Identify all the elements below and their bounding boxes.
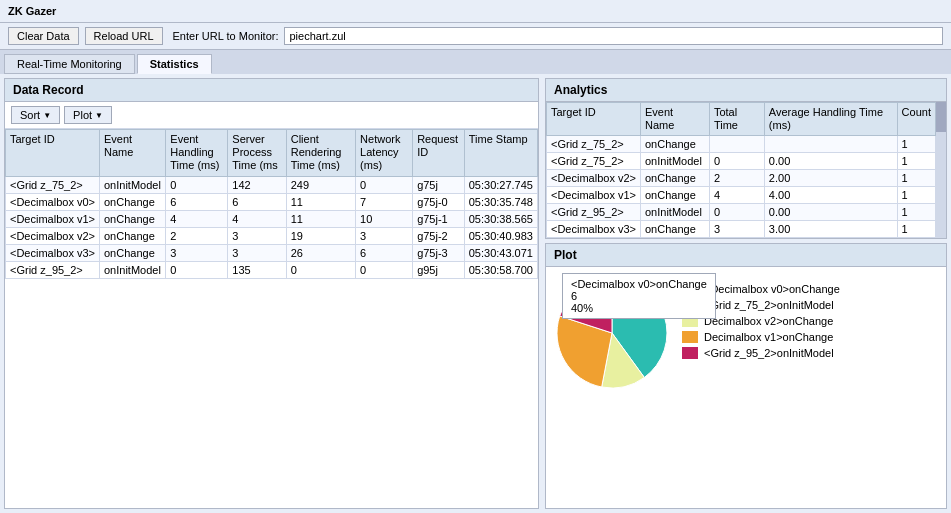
analytics-table: Target ID Event Name Total Time Average … — [546, 102, 936, 238]
data-record-title: Data Record — [5, 79, 538, 102]
table-cell: onChange — [100, 227, 166, 244]
table-cell: onChange — [100, 244, 166, 261]
table-cell: 3 — [228, 244, 286, 261]
table-cell: 7 — [356, 193, 413, 210]
table-cell: 0 — [286, 261, 355, 278]
acol-target-id: Target ID — [547, 103, 641, 136]
table-cell: onChange — [100, 210, 166, 227]
table-cell: <Decimalbox v1> — [6, 210, 100, 227]
table-cell: 1 — [897, 136, 935, 153]
table-cell: 2.00 — [764, 170, 897, 187]
table-cell: 3 — [356, 227, 413, 244]
tabs: Real-Time Monitoring Statistics — [0, 50, 951, 74]
acol-avg-handling: Average Handling Time (ms) — [764, 103, 897, 136]
table-row: <Decimalbox v1>onChange44.001 — [547, 187, 936, 204]
plot-content: <Decimalbox v0>onChange 6 40% <Decimalbo… — [546, 267, 946, 508]
table-row: <Decimalbox v3>onChange33266g75j-305:30:… — [6, 244, 538, 261]
analytics-title: Analytics — [546, 79, 946, 102]
table-cell: 1 — [897, 204, 935, 221]
table-cell: 2 — [166, 227, 228, 244]
table-row: <Decimalbox v3>onChange33.001 — [547, 221, 936, 238]
table-cell: 05:30:38.565 — [464, 210, 537, 227]
url-label: Enter URL to Monitor: — [173, 30, 279, 42]
table-cell: 0.00 — [764, 153, 897, 170]
table-cell — [709, 136, 764, 153]
table-cell: g95j — [413, 261, 465, 278]
table-cell: <Grid z_75_2> — [547, 136, 641, 153]
table-row: <Decimalbox v1>onChange441110g75j-105:30… — [6, 210, 538, 227]
table-cell: 26 — [286, 244, 355, 261]
table-cell: 0 — [166, 176, 228, 193]
table-cell: 4.00 — [764, 187, 897, 204]
legend-item: Decimalbox v1>onChange — [682, 331, 840, 343]
sort-label: Sort — [20, 109, 40, 121]
table-cell: <Grid z_75_2> — [547, 153, 641, 170]
table-cell: onInitModel — [100, 261, 166, 278]
table-cell: 4 — [228, 210, 286, 227]
table-row: <Grid z_95_2>onInitModel00.001 — [547, 204, 936, 221]
tab-statistics-label: Statistics — [150, 58, 199, 70]
table-cell: 10 — [356, 210, 413, 227]
plot-panel: Plot <Decimalbox v0>onChange 6 40% <Deci… — [545, 243, 947, 509]
right-panel: Analytics Target ID Event Name Total Tim… — [545, 78, 947, 509]
table-cell: 3 — [166, 244, 228, 261]
table-row: <Decimalbox v2>onChange23193g75j-205:30:… — [6, 227, 538, 244]
legend-label: <Grid z_75_2>onInitModel — [704, 299, 834, 311]
table-cell: onInitModel — [641, 153, 710, 170]
col-timestamp: Time Stamp — [464, 130, 537, 177]
legend-color-box — [682, 331, 698, 343]
table-cell: 142 — [228, 176, 286, 193]
table-cell: 05:30:40.983 — [464, 227, 537, 244]
table-cell: onInitModel — [641, 204, 710, 221]
acol-total-time: Total Time — [709, 103, 764, 136]
analytics-panel: Analytics Target ID Event Name Total Tim… — [545, 78, 947, 239]
table-cell: 0.00 — [764, 204, 897, 221]
clear-data-button[interactable]: Clear Data — [8, 27, 79, 45]
table-cell: <Decimalbox v0> — [6, 193, 100, 210]
title-bar: ZK Gazer — [0, 0, 951, 23]
table-cell: 6 — [166, 193, 228, 210]
analytics-scrollbar[interactable] — [936, 102, 946, 238]
tab-realtime[interactable]: Real-Time Monitoring — [4, 54, 135, 74]
table-cell: 4 — [166, 210, 228, 227]
table-cell: g75j-1 — [413, 210, 465, 227]
table-cell: 19 — [286, 227, 355, 244]
table-cell: 1 — [897, 221, 935, 238]
sort-button[interactable]: Sort ▼ — [11, 106, 60, 124]
analytics-tbody: <Grid z_75_2>onChange1<Grid z_75_2>onIni… — [547, 136, 936, 238]
plot-button[interactable]: Plot ▼ — [64, 106, 112, 124]
legend-label: Decimalbox v1>onChange — [704, 331, 833, 343]
table-cell: onChange — [641, 221, 710, 238]
table-cell: <Grid z_75_2> — [6, 176, 100, 193]
table-cell: 11 — [286, 210, 355, 227]
table-row: <Grid z_75_2>onChange1 — [547, 136, 936, 153]
table-cell: <Decimalbox v1> — [547, 187, 641, 204]
table-row: <Grid z_75_2>onInitModel01422490g75j05:3… — [6, 176, 538, 193]
pie-chart-container: <Decimalbox v0>onChange 6 40% — [552, 273, 672, 393]
analytics-scrollbar-thumb[interactable] — [936, 102, 946, 132]
main-content: Data Record Sort ▼ Plot ▼ Target ID Even… — [0, 74, 951, 513]
table-cell: <Grid z_95_2> — [547, 204, 641, 221]
analytics-table-container[interactable]: Target ID Event Name Total Time Average … — [546, 102, 936, 238]
table-cell: g75j-3 — [413, 244, 465, 261]
tab-statistics[interactable]: Statistics — [137, 54, 212, 74]
table-cell: 6 — [228, 193, 286, 210]
table-cell: 11 — [286, 193, 355, 210]
col-event-name: Event Name — [100, 130, 166, 177]
data-record-table-container[interactable]: Target ID Event Name Event Handling Time… — [5, 129, 538, 508]
table-row: <Decimalbox v2>onChange22.001 — [547, 170, 936, 187]
url-input[interactable] — [284, 27, 943, 45]
col-request-id: Request ID — [413, 130, 465, 177]
table-cell: 3 — [228, 227, 286, 244]
table-cell: 0 — [709, 153, 764, 170]
table-cell: 05:30:27.745 — [464, 176, 537, 193]
table-cell: 249 — [286, 176, 355, 193]
table-cell: onChange — [641, 136, 710, 153]
table-cell: 05:30:35.748 — [464, 193, 537, 210]
data-record-toolbar: Sort ▼ Plot ▼ — [5, 102, 538, 129]
col-server-process: Server Process Time (ms — [228, 130, 286, 177]
table-cell: 05:30:58.700 — [464, 261, 537, 278]
reload-url-button[interactable]: Reload URL — [85, 27, 163, 45]
legend-label: <Decimalbox v0>onChange — [704, 283, 840, 295]
table-cell: <Decimalbox v3> — [547, 221, 641, 238]
